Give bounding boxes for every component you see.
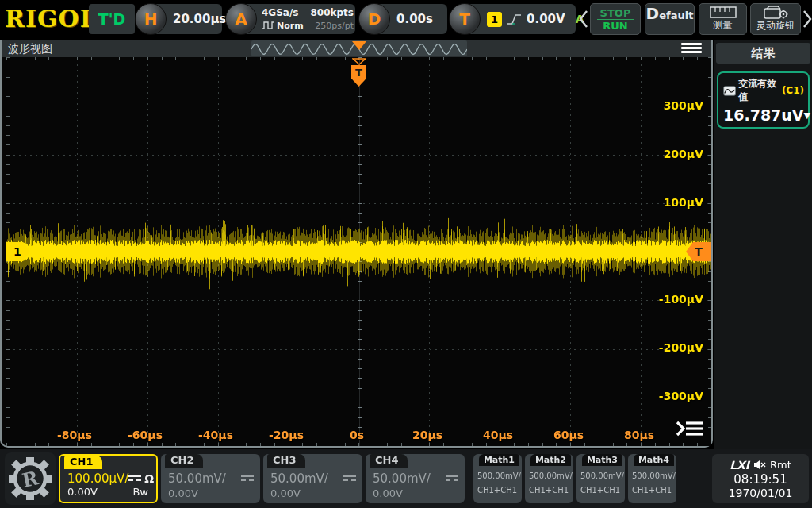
ch1-scale: 100.00µV/ <box>67 471 128 486</box>
waveform-window: 波形视图 T 1 T 300µV 200µV 100µV -100µV -200… <box>0 40 713 448</box>
ch4-offset: 0.00V <box>373 487 403 499</box>
math-box-math3[interactable]: Math3 500.00mV/ CH1+CH1 <box>576 454 625 503</box>
default-label-rest: efault <box>659 10 693 21</box>
ch1-tab: CH1 <box>64 456 102 469</box>
stop-run-button[interactable]: STOP RUN <box>590 3 641 35</box>
measurement-dropdown-icon[interactable]: ▼ <box>804 110 810 121</box>
math-box-math2[interactable]: Math2 500.00mV/ CH1+CH1 <box>525 454 573 503</box>
trigger-source-badge: 1 <box>487 12 502 27</box>
trigger-level-value: 0.00V <box>527 12 565 26</box>
x-axis-label: -80µs <box>51 429 98 444</box>
x-axis-label: -40µs <box>192 429 239 444</box>
top-toolbar: RIGOL T'D H 20.00µs/ A 4GSa/s 800kpts No… <box>0 0 812 38</box>
y-axis-label: -300µV <box>648 390 703 406</box>
measurement-value: 16.787uV <box>723 106 804 124</box>
sample-rate: 4GSa/s <box>262 7 298 18</box>
memory-depth: 800kpts <box>311 7 354 18</box>
math1-tab: Math1 <box>479 454 519 466</box>
trigger-knob-icon[interactable]: T <box>449 3 481 35</box>
horizontal-menu-button[interactable]: H 20.00µs/ <box>136 4 222 34</box>
toolbar-next-chevron[interactable] <box>802 10 812 29</box>
waveform-menu-icon[interactable] <box>681 43 702 54</box>
delay-knob-icon[interactable]: D <box>358 3 390 35</box>
ruler-icon <box>710 6 737 18</box>
x-axis-label: -20µs <box>262 429 310 444</box>
measurement-card[interactable]: 交流有效值(C1) 16.787uV ▼ <box>717 71 810 129</box>
ch1-offset: 0.00V <box>67 486 98 498</box>
y-axis-label: 300µV <box>648 99 703 115</box>
math4-expression: CH1+CH1 <box>632 486 672 495</box>
channel-box-ch3[interactable]: CH3 50.00mV/ 0.00V <box>263 454 362 503</box>
flex-knob-icon <box>763 6 788 19</box>
x-axis-label: 80µs <box>615 429 663 444</box>
trigger-position-outline-icon <box>352 58 366 65</box>
flex-knob-button[interactable]: 灵动旋钮 <box>750 3 801 35</box>
dc-coupling-icon <box>343 475 356 483</box>
delay-menu-button[interactable]: D 0.00s <box>360 4 447 34</box>
math3-scale: 500.00mV/ <box>580 471 624 480</box>
oscilloscope-screen: RIGOL T'D H 20.00µs/ A 4GSa/s 800kpts No… <box>0 0 812 508</box>
math-box-math1[interactable]: Math1 500.00mV/ CH1+CH1 <box>473 454 522 503</box>
channel-box-ch4[interactable]: CH4 50.00mV/ 0.00V <box>366 454 465 503</box>
ch3-offset: 0.00V <box>270 487 301 499</box>
ch3-scale: 50.00mV/ <box>270 471 328 486</box>
ch2-tab: CH2 <box>165 454 203 468</box>
default-button[interactable]: Default <box>645 3 695 35</box>
flex-knob-label: 灵动旋钮 <box>756 19 795 33</box>
math3-expression: CH1+CH1 <box>580 486 620 495</box>
math2-scale: 500.00mV/ <box>529 471 573 480</box>
sample-resolution: 250ps/pt <box>315 21 354 31</box>
impedance-label: Ω <box>144 472 154 485</box>
ch2-offset: 0.00V <box>168 487 198 499</box>
measurement-thumb-icon <box>723 85 736 97</box>
system-status-box[interactable]: LXI Rmt 08:19:51 1970/01/01 <box>712 454 809 503</box>
measurement-source: (C1) <box>782 85 804 96</box>
stop-label: STOP <box>597 7 634 20</box>
dc-coupling-icon <box>241 475 254 483</box>
rising-edge-icon <box>508 13 521 25</box>
x-axis-label: -60µs <box>121 429 169 444</box>
sound-muted-icon <box>753 460 766 470</box>
acquire-mode: Norm <box>277 21 304 31</box>
measurement-label: 交流有效值 <box>738 77 779 104</box>
acquire-info: 4GSa/s 800kpts Norm 250ps/pt <box>262 6 354 32</box>
rigol-gear-logo[interactable]: R <box>5 452 56 505</box>
expand-menu-icon[interactable] <box>675 419 705 438</box>
math-box-math4[interactable]: Math4 500.00mV/ CH1+CH1 <box>628 454 676 503</box>
measure-button[interactable]: 测量 <box>699 3 747 35</box>
graticule[interactable]: T 1 T 300µV 200µV 100µV -100µV -200µV -3… <box>6 57 711 446</box>
x-axis-label: 60µs <box>545 429 592 444</box>
ch4-tab: CH4 <box>370 454 408 468</box>
toolbar-prev-chevron[interactable] <box>578 10 589 29</box>
bottom-bar: R CH1 100.00µV/ Ω 0.00V Bw CH2 50.00mV/ <box>0 449 812 508</box>
waveform-trace <box>6 57 711 446</box>
math3-tab: Math3 <box>582 454 622 466</box>
math2-tab: Math2 <box>530 454 571 466</box>
math2-expression: CH1+CH1 <box>529 486 569 495</box>
math1-expression: CH1+CH1 <box>477 486 517 495</box>
horizontal-scale-value: 20.00µs/ <box>173 4 231 34</box>
trigger-menu-button[interactable]: T 1 0.00V A <box>450 4 576 34</box>
default-label-initial: D <box>646 4 660 23</box>
hpos-marker <box>352 41 366 50</box>
lxi-logo: LXI <box>730 459 749 471</box>
y-axis-label: -100µV <box>648 293 703 309</box>
x-axis-label: 20µs <box>404 429 451 444</box>
square-wave-icon <box>262 21 274 29</box>
channel-box-ch1[interactable]: CH1 100.00µV/ Ω 0.00V Bw <box>59 454 158 503</box>
ch3-tab: CH3 <box>267 454 305 468</box>
ch1-bandwidth-label: Bw <box>132 486 148 498</box>
y-axis-label: 100µV <box>648 196 703 212</box>
measure-label: 测量 <box>714 18 733 32</box>
system-time: 08:19:51 <box>733 472 787 487</box>
channel-box-ch2[interactable]: CH2 50.00mV/ 0.00V <box>161 454 260 503</box>
acquire-knob-icon[interactable]: A <box>225 3 257 35</box>
acquire-menu-button[interactable]: A 4GSa/s 800kpts Norm 250ps/pt <box>227 4 355 34</box>
results-panel: 结果 交流有效值(C1) 16.787uV ▼ <box>714 40 812 449</box>
horizontal-position-strip[interactable] <box>251 40 467 56</box>
x-axis-label: 40µs <box>474 429 522 444</box>
rigol-logo: RIGOL <box>5 5 98 33</box>
system-date: 1970/01/01 <box>729 487 793 499</box>
horizontal-knob-icon[interactable]: H <box>135 3 167 35</box>
dc-coupling-icon <box>446 475 458 483</box>
